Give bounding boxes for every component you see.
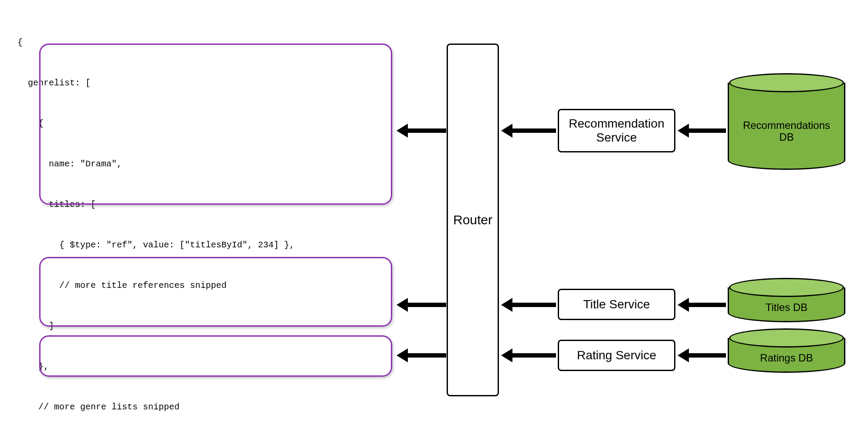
json-graph-response: { genrelist: [ { name: "Drama", titles: … [17,9,414,439]
service-label: Title Service [583,297,650,311]
code-line: { [17,117,414,130]
code-line: // more title references snipped [17,279,414,292]
code-line: }, [17,360,414,373]
code-line: { $type: "ref", value: ["titlesById", 23… [17,238,414,252]
titles-db-cylinder: Titles DB [728,287,845,322]
code-line: ] [17,319,414,333]
router-node: Router [447,44,499,396]
cylinder-top-icon [729,73,844,92]
db-label: Titles DB [766,302,807,313]
code-line: titles: [ [17,198,414,211]
rating-service-node: Rating Service [558,340,675,371]
code-line: { [17,36,414,49]
db-label: Recommendations DB [743,120,830,143]
service-label: Recommendation Service [569,117,664,145]
cylinder-top-icon [729,328,844,348]
service-label: Rating Service [577,348,656,362]
ratings-db-cylinder: Ratings DB [728,338,845,373]
code-line: genrelist: [ [17,76,414,90]
title-service-node: Title Service [558,289,675,320]
code-line: name: "Drama", [17,157,414,171]
router-label: Router [453,213,492,227]
architecture-diagram: { genrelist: [ { name: "Drama", titles: … [17,9,854,436]
db-label: Ratings DB [760,352,813,364]
recommendation-service-node: Recommendation Service [558,109,675,152]
recommendations-db-cylinder: Recommendations DB [728,83,845,170]
cylinder-top-icon [729,278,844,297]
code-line: // more genre lists snipped [17,400,414,414]
